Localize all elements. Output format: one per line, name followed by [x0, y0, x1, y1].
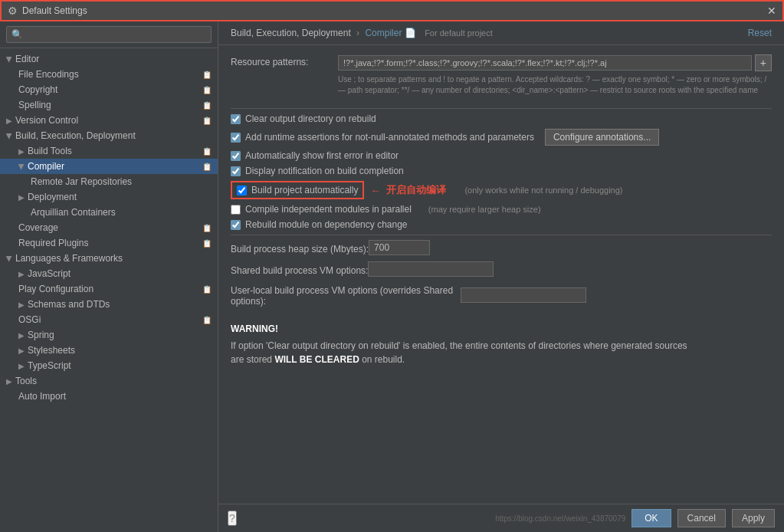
copy-icon: 📋	[202, 224, 212, 232]
sidebar-item-languages[interactable]: ▶ Languages & Frameworks	[0, 251, 218, 266]
copy-icon: 📋	[202, 316, 212, 324]
build-auto-label: Build project automatically	[251, 185, 358, 195]
sidebar-item-label: Build, Execution, Deployment	[15, 130, 136, 141]
divider2	[231, 235, 772, 235]
display-notification-checkbox[interactable]	[231, 166, 241, 176]
breadcrumb-icon: 📄	[405, 28, 418, 38]
sidebar-item-editor[interactable]: ▶ Editor	[0, 51, 218, 67]
sidebar-item-remote-jar[interactable]: Remote Jar Repositories	[0, 174, 218, 189]
expand-icon: ▶	[5, 255, 14, 261]
breadcrumb-separator: ›	[356, 28, 362, 38]
compile-parallel-note: (may require larger heap size)	[428, 205, 541, 214]
bottom-bar: ? https://blog.csdn.net/weixin_43870079 …	[218, 504, 784, 532]
breadcrumb-project: For default project	[425, 28, 493, 38]
expand-icon: ▶	[18, 193, 25, 202]
copy-icon: 📋	[202, 117, 212, 125]
show-first-error-checkbox[interactable]	[231, 151, 241, 161]
close-button[interactable]: ✕	[767, 5, 776, 17]
display-notification-row: Display notification on build completion	[231, 166, 772, 176]
expand-icon: ▶	[6, 377, 12, 386]
sidebar-item-file-encodings[interactable]: File Encodings 📋	[0, 67, 218, 82]
sidebar-item-label: Coverage	[18, 222, 58, 233]
build-auto-note: (only works while not running / debuggin…	[464, 186, 622, 195]
cancel-button[interactable]: Cancel	[677, 509, 726, 527]
add-pattern-button[interactable]: +	[755, 54, 772, 71]
warning-text: If option 'Clear output directory on reb…	[231, 339, 772, 366]
sidebar-item-label: JavaScript	[28, 268, 71, 279]
annotation-text: 开启自动编译	[386, 183, 446, 197]
build-auto-highlighted: Build project automatically	[231, 181, 364, 199]
sidebar-item-coverage[interactable]: Coverage 📋	[0, 220, 218, 235]
sidebar-item-label: Languages & Frameworks	[15, 253, 123, 264]
sidebar-item-schemas-dtds[interactable]: ▶ Schemas and DTDs	[0, 297, 218, 312]
clear-output-row: Clear output directory on rebuild	[231, 113, 772, 124]
sidebar-item-stylesheets[interactable]: ▶ Stylesheets	[0, 343, 218, 358]
breadcrumb-current: Compiler	[365, 28, 402, 38]
warning-title: WARNING!	[231, 322, 772, 336]
sidebar-item-build-tools[interactable]: ▶ Build Tools 📋	[0, 143, 218, 159]
reset-button[interactable]: Reset	[748, 28, 772, 38]
sidebar-item-label: Remote Jar Repositories	[31, 176, 132, 187]
copy-icon: 📋	[202, 101, 212, 110]
copy-icon: 📋	[202, 285, 212, 294]
sidebar-item-label: Stylesheets	[28, 345, 75, 356]
sidebar-item-spelling[interactable]: Spelling 📋	[0, 97, 218, 113]
sidebar-item-label: Tools	[15, 376, 37, 386]
resource-patterns-row: Resource patterns: + Use ; to separate p…	[231, 54, 772, 102]
user-vm-label: User-local build process VM options (ove…	[231, 283, 461, 307]
help-button[interactable]: ?	[228, 511, 237, 526]
resource-patterns-label: Resource patterns:	[231, 54, 338, 67]
sidebar-item-version-control[interactable]: ▶ Version Control 📋	[0, 113, 218, 128]
breadcrumb-part1: Build, Execution, Deployment	[231, 28, 351, 38]
shared-vm-row: Shared build process VM options:	[231, 261, 772, 277]
compile-parallel-label: Compile independent modules in parallel	[245, 204, 412, 215]
build-auto-checkbox[interactable]	[237, 186, 247, 195]
divider1	[231, 108, 772, 109]
resource-input-row: +	[338, 54, 772, 71]
copy-icon: 📋	[202, 86, 212, 94]
sidebar-item-build-execution[interactable]: ▶ Build, Execution, Deployment	[0, 128, 218, 143]
sidebar-item-label: Deployment	[28, 192, 77, 202]
sidebar-item-label: Spelling	[18, 100, 51, 110]
user-vm-row: User-local build process VM options (ove…	[231, 283, 772, 307]
user-vm-input[interactable]	[461, 287, 586, 303]
add-assertions-row: Add runtime assertions for not-null-anno…	[231, 129, 772, 146]
sidebar-item-label: Build Tools	[28, 146, 72, 156]
sidebar-item-typescript[interactable]: ▶ TypeScript	[0, 358, 218, 373]
sidebar-item-osgi[interactable]: OSGi 📋	[0, 312, 218, 327]
sidebar-item-copyright[interactable]: Copyright 📋	[0, 82, 218, 97]
configure-annotations-button[interactable]: Configure annotations...	[545, 129, 659, 146]
sidebar-item-spring[interactable]: ▶ Spring	[0, 327, 218, 343]
resource-patterns-input[interactable]	[338, 55, 752, 71]
shared-vm-input[interactable]	[368, 261, 494, 277]
warning-box: WARNING! If option 'Clear output directo…	[231, 316, 772, 373]
compile-parallel-checkbox[interactable]	[231, 205, 241, 215]
sidebar: ▶ Editor File Encodings 📋 Copyright 📋 Sp…	[0, 21, 218, 532]
clear-output-checkbox[interactable]	[231, 114, 241, 124]
sidebar-item-play-configuration[interactable]: Play Configuration 📋	[0, 281, 218, 297]
content-panel: Build, Execution, Deployment › Compiler …	[218, 21, 784, 532]
sidebar-item-tools[interactable]: ▶ Tools	[0, 373, 218, 389]
settings-icon: ⚙	[8, 5, 18, 17]
show-first-error-label: Automatically show first error in editor	[245, 150, 399, 161]
apply-button[interactable]: Apply	[732, 509, 775, 527]
copy-icon: 📋	[202, 163, 212, 171]
sidebar-item-required-plugins[interactable]: Required Plugins 📋	[0, 235, 218, 251]
add-assertions-checkbox[interactable]	[231, 133, 241, 143]
sidebar-item-auto-import[interactable]: Auto Import	[0, 389, 218, 404]
sidebar-item-arquillian[interactable]: Arquillian Containers	[0, 205, 218, 220]
sidebar-item-label: Arquillian Containers	[31, 207, 116, 218]
heap-size-input[interactable]	[369, 240, 430, 255]
search-input[interactable]	[6, 26, 212, 43]
rebuild-dependency-checkbox[interactable]	[231, 220, 241, 230]
sidebar-item-deployment[interactable]: ▶ Deployment	[0, 189, 218, 205]
sidebar-item-javascript[interactable]: ▶ JavaScript	[0, 266, 218, 281]
main-container: ▶ Editor File Encodings 📋 Copyright 📋 Sp…	[0, 21, 784, 532]
sidebar-item-label: Required Plugins	[18, 238, 88, 248]
watermark-text: https://blog.csdn.net/weixin_43870079	[495, 514, 625, 523]
sidebar-item-compiler[interactable]: ▶ Compiler 📋	[0, 159, 218, 174]
expand-icon: ▶	[5, 56, 14, 62]
ok-button[interactable]: OK	[631, 509, 671, 527]
title-bar: ⚙ Default Settings ✕	[0, 0, 784, 21]
annotation-arrow: ←	[370, 185, 380, 196]
